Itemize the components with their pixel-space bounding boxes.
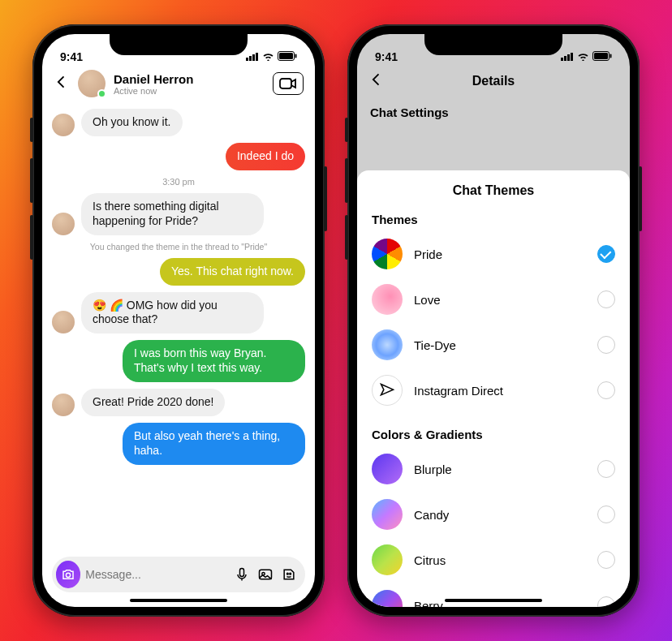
paper-plane-icon bbox=[372, 375, 403, 406]
notch bbox=[424, 34, 562, 55]
chat-header: Daniel Herron Active now bbox=[42, 65, 315, 105]
message-avatar bbox=[52, 114, 75, 136]
video-call-button[interactable] bbox=[273, 72, 304, 95]
message-avatar bbox=[52, 213, 75, 235]
option-label: Instagram Direct bbox=[414, 384, 586, 398]
option-label: Pride bbox=[414, 247, 586, 261]
details-header: Details bbox=[357, 65, 630, 97]
back-icon[interactable] bbox=[54, 74, 70, 93]
svg-rect-1 bbox=[249, 56, 252, 61]
phone-settings: 9:41 Details Chat Settings Chat Themes T… bbox=[347, 24, 640, 617]
color-option-blurple[interactable]: Blurple bbox=[357, 446, 630, 492]
message-received[interactable]: 😍 🌈 OMG how did you choose that? bbox=[81, 292, 264, 334]
option-label: Citrus bbox=[414, 553, 586, 567]
section-heading: Chat Settings bbox=[357, 97, 630, 127]
svg-point-12 bbox=[287, 573, 289, 574]
radio-selected[interactable] bbox=[597, 245, 615, 263]
option-label: Candy bbox=[414, 508, 586, 522]
chat-name[interactable]: Daniel Herron bbox=[114, 72, 193, 86]
svg-rect-7 bbox=[280, 79, 291, 88]
message-sent[interactable]: Indeed I do bbox=[226, 143, 305, 170]
svg-rect-9 bbox=[239, 569, 243, 577]
group-colors: Colors & Gradients bbox=[357, 423, 630, 446]
svg-rect-19 bbox=[594, 53, 608, 59]
photo-button[interactable] bbox=[256, 566, 275, 583]
message-received[interactable]: Great! Pride 2020 done! bbox=[81, 389, 225, 416]
sticker-button[interactable] bbox=[280, 566, 299, 583]
page-title: Details bbox=[472, 74, 515, 88]
berry-swatch-icon bbox=[372, 590, 403, 607]
system-message: You changed the theme in the thread to "… bbox=[52, 242, 305, 252]
signal-icon bbox=[561, 50, 574, 63]
home-indicator[interactable] bbox=[445, 599, 542, 602]
pride-swatch-icon bbox=[372, 239, 403, 269]
svg-rect-3 bbox=[256, 53, 258, 61]
message-avatar bbox=[52, 394, 75, 416]
message-list[interactable]: Oh you know it. Indeed I do 3:30 pm Is t… bbox=[42, 105, 315, 557]
radio[interactable] bbox=[597, 596, 615, 607]
option-label: Tie-Dye bbox=[414, 338, 586, 352]
notch bbox=[110, 34, 248, 55]
message-sent[interactable]: Yes. This chat right now. bbox=[160, 258, 305, 286]
color-option-citrus[interactable]: Citrus bbox=[357, 537, 630, 583]
avatar[interactable] bbox=[78, 70, 106, 97]
wifi-icon bbox=[577, 50, 589, 63]
status-time: 9:41 bbox=[60, 50, 83, 63]
sheet-chat-themes: Chat Themes Themes Pride Love Tie-Dye In… bbox=[357, 170, 630, 607]
message-sent[interactable]: But also yeah there's a thing, haha. bbox=[123, 423, 305, 465]
radio[interactable] bbox=[597, 460, 615, 478]
wifi-icon bbox=[262, 50, 274, 63]
theme-option-pride[interactable]: Pride bbox=[357, 231, 630, 277]
timestamp: 3:30 pm bbox=[52, 177, 305, 187]
message-received[interactable]: Is there something digital happening for… bbox=[81, 193, 264, 235]
message-received[interactable]: Oh you know it. bbox=[81, 109, 183, 136]
mic-button[interactable] bbox=[232, 566, 251, 583]
blurple-swatch-icon bbox=[372, 454, 403, 484]
radio[interactable] bbox=[597, 551, 615, 569]
theme-option-instagram-direct[interactable]: Instagram Direct bbox=[357, 368, 630, 413]
svg-rect-20 bbox=[610, 54, 612, 58]
radio[interactable] bbox=[597, 381, 615, 399]
sheet-title: Chat Themes bbox=[357, 183, 630, 198]
svg-rect-6 bbox=[295, 54, 297, 58]
theme-option-tiedye[interactable]: Tie-Dye bbox=[357, 322, 630, 368]
svg-rect-16 bbox=[567, 54, 570, 61]
option-label: Blurple bbox=[414, 462, 586, 476]
radio[interactable] bbox=[597, 336, 615, 354]
camera-button[interactable] bbox=[56, 561, 80, 588]
svg-rect-17 bbox=[571, 53, 573, 61]
message-sent[interactable]: I was born this way Bryan. That's why I … bbox=[123, 340, 305, 382]
composer bbox=[52, 557, 305, 592]
svg-rect-5 bbox=[279, 53, 293, 59]
tiedye-swatch-icon bbox=[372, 329, 403, 360]
theme-option-love[interactable]: Love bbox=[357, 277, 630, 322]
candy-swatch-icon bbox=[372, 499, 403, 530]
message-avatar bbox=[52, 311, 75, 333]
svg-rect-0 bbox=[246, 58, 248, 61]
citrus-swatch-icon bbox=[372, 544, 403, 575]
option-label: Love bbox=[414, 293, 586, 307]
group-themes: Themes bbox=[357, 208, 630, 231]
radio[interactable] bbox=[597, 290, 615, 308]
home-indicator[interactable] bbox=[130, 599, 227, 602]
message-input[interactable] bbox=[85, 568, 227, 581]
back-icon[interactable] bbox=[368, 71, 385, 91]
phone-chat: 9:41 Daniel Herron Active now Oh you kno… bbox=[32, 24, 325, 617]
battery-icon bbox=[278, 50, 297, 63]
status-time: 9:41 bbox=[375, 50, 398, 63]
color-option-candy[interactable]: Candy bbox=[357, 492, 630, 537]
radio[interactable] bbox=[597, 505, 615, 523]
signal-icon bbox=[246, 50, 259, 63]
svg-rect-2 bbox=[252, 54, 255, 61]
color-option-berry[interactable]: Berry bbox=[357, 583, 630, 607]
svg-rect-15 bbox=[564, 56, 566, 61]
svg-point-13 bbox=[290, 573, 291, 574]
love-swatch-icon bbox=[372, 284, 403, 315]
svg-rect-14 bbox=[561, 58, 563, 61]
svg-point-8 bbox=[67, 573, 71, 577]
chat-status: Active now bbox=[114, 86, 193, 96]
battery-icon bbox=[592, 50, 612, 63]
online-indicator bbox=[97, 89, 106, 98]
